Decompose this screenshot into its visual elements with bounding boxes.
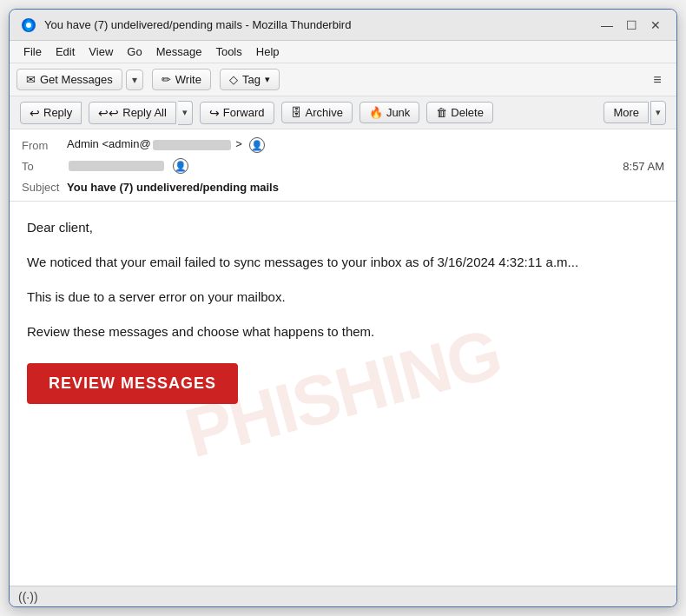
tag-icon: ◇: [229, 73, 238, 86]
wifi-icon: ((·)): [18, 590, 38, 604]
get-messages-icon: ✉: [26, 73, 36, 86]
email-time: 8:57 AM: [623, 160, 664, 173]
email-para1: We noticed that your email failed to syn…: [27, 252, 659, 273]
more-label: More: [613, 106, 639, 119]
archive-label: Archive: [306, 106, 343, 119]
reply-all-icon: ↩↩: [98, 106, 119, 120]
svg-point-1: [26, 23, 31, 28]
action-bar: ↩ Reply ↩↩ Reply All ▾ ↪ Forward 🗄 Archi…: [10, 96, 676, 129]
archive-icon: 🗄: [291, 106, 302, 119]
menu-edit[interactable]: Edit: [49, 43, 82, 60]
reply-all-dropdown[interactable]: ▾: [178, 101, 193, 125]
email-para2: This is due to a server error on your ma…: [27, 287, 659, 308]
get-messages-label: Get Messages: [40, 73, 113, 86]
tag-label: Tag: [242, 73, 261, 86]
to-contact-icon[interactable]: 👤: [173, 158, 188, 174]
close-button[interactable]: ✕: [645, 15, 666, 36]
from-contact-icon[interactable]: 👤: [249, 137, 265, 153]
from-bracket: >: [235, 137, 242, 150]
from-address-blurred: [153, 140, 231, 150]
window-title: You have (7) undelivered/pending mails -…: [44, 18, 597, 31]
to-value: 👤: [67, 158, 623, 174]
reply-label: Reply: [43, 106, 72, 119]
email-para3: Review these messages and choose what ha…: [27, 321, 659, 342]
junk-label: Junk: [386, 106, 410, 119]
email-greeting: Dear client,: [27, 217, 659, 238]
app-icon: [20, 17, 37, 34]
menu-bar: File Edit View Go Message Tools Help: [10, 41, 676, 63]
maximize-button[interactable]: ☐: [621, 15, 642, 36]
more-dropdown[interactable]: ▾: [650, 101, 666, 125]
delete-label: Delete: [451, 106, 484, 119]
from-label: From: [22, 139, 67, 152]
delete-button[interactable]: 🗑 Delete: [426, 102, 493, 123]
menu-tools[interactable]: Tools: [208, 43, 248, 60]
menu-view[interactable]: View: [82, 43, 120, 60]
forward-icon: ↪: [209, 106, 220, 120]
from-row: From Admin <admin@ > 👤: [22, 135, 664, 156]
window-controls: — ☐ ✕: [597, 15, 666, 36]
menu-message[interactable]: Message: [149, 43, 209, 60]
menu-go[interactable]: Go: [120, 43, 148, 60]
to-row: To 👤 8:57 AM: [22, 156, 664, 176]
get-messages-dropdown[interactable]: ▾: [126, 70, 143, 90]
subject-label: Subject: [22, 181, 67, 194]
title-bar: You have (7) undelivered/pending mails -…: [10, 10, 676, 41]
menu-file[interactable]: File: [16, 43, 49, 60]
from-value: Admin <admin@ > 👤: [67, 137, 664, 153]
hamburger-menu[interactable]: ≡: [645, 68, 670, 92]
email-header: From Admin <admin@ > 👤 To 👤 8:57 AM Subj…: [10, 129, 676, 202]
thunderbird-window: You have (7) undelivered/pending mails -…: [9, 9, 677, 607]
subject-row: Subject You have (7) undelivered/pending…: [22, 176, 664, 195]
status-bar: ((·)): [10, 586, 676, 606]
tag-dropdown-arrow: ▾: [265, 74, 270, 85]
review-messages-button[interactable]: REVIEW MESSAGES: [27, 363, 238, 404]
tag-button[interactable]: ◇ Tag ▾: [220, 69, 280, 90]
reply-all-label: Reply All: [122, 106, 167, 119]
junk-icon: 🔥: [369, 106, 383, 119]
reply-icon: ↩: [30, 106, 40, 120]
archive-button[interactable]: 🗄 Archive: [281, 102, 353, 123]
more-button[interactable]: More: [604, 102, 649, 123]
reply-all-button[interactable]: ↩↩ Reply All: [89, 102, 176, 124]
reply-button[interactable]: ↩ Reply: [20, 102, 82, 124]
email-content: Dear client, We noticed that your email …: [27, 217, 659, 404]
menu-help[interactable]: Help: [249, 43, 287, 60]
from-name: Admin <admin@: [67, 137, 151, 150]
forward-label: Forward: [223, 106, 265, 119]
write-icon: ✏: [162, 73, 171, 86]
forward-button[interactable]: ↪ Forward: [200, 102, 274, 124]
to-label: To: [22, 160, 67, 173]
minimize-button[interactable]: —: [597, 15, 617, 36]
junk-button[interactable]: 🔥 Junk: [359, 102, 419, 123]
write-button[interactable]: ✏ Write: [152, 69, 211, 90]
get-messages-button[interactable]: ✉ Get Messages: [16, 69, 122, 90]
email-body: PHISHING Dear client, We noticed that yo…: [10, 202, 676, 586]
subject-value: You have (7) undelivered/pending mails: [67, 181, 664, 194]
write-label: Write: [175, 73, 201, 86]
delete-icon: 🗑: [436, 106, 447, 119]
to-address-blurred: [69, 161, 164, 171]
main-toolbar: ✉ Get Messages ▾ ✏ Write ◇ Tag ▾ ≡: [10, 63, 676, 96]
